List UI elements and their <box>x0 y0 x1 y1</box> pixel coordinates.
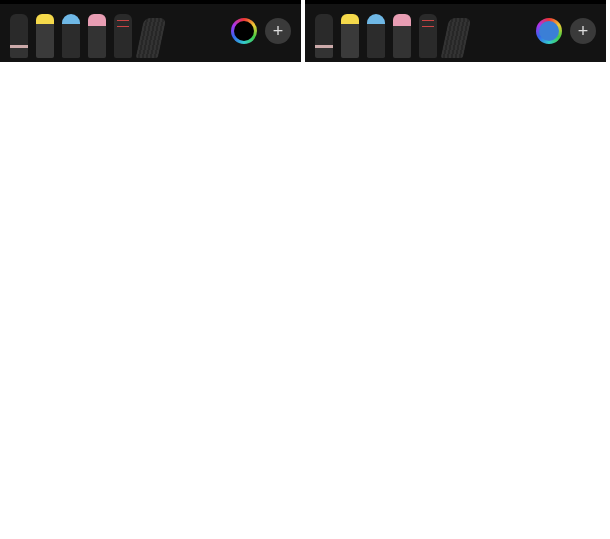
eraser-tool[interactable] <box>393 14 411 58</box>
ruler-tool[interactable] <box>441 18 472 58</box>
marker-blue-tool[interactable] <box>62 14 80 58</box>
color-picker-button[interactable] <box>536 18 562 44</box>
lasso-tool[interactable] <box>419 14 437 58</box>
pencil-tool[interactable] <box>315 14 333 58</box>
color-picker-button[interactable] <box>231 18 257 44</box>
markup-toolbar: + <box>0 4 301 62</box>
pencil-tool[interactable] <box>10 14 28 58</box>
highlighter-yellow-tool[interactable] <box>36 14 54 58</box>
marker-blue-tool[interactable] <box>367 14 385 58</box>
lasso-tool[interactable] <box>114 14 132 58</box>
markup-toolbar: + <box>305 4 606 62</box>
ruler-tool[interactable] <box>136 18 167 58</box>
add-object-button[interactable]: + <box>265 18 291 44</box>
add-object-button[interactable]: + <box>570 18 596 44</box>
eraser-tool[interactable] <box>88 14 106 58</box>
highlighter-yellow-tool[interactable] <box>341 14 359 58</box>
